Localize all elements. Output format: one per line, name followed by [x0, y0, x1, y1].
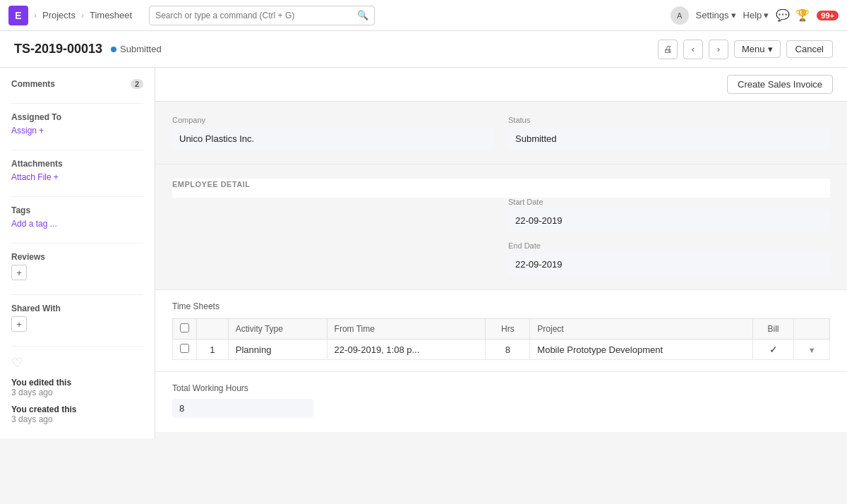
col-from-time: From Time: [327, 319, 486, 340]
status-field-label: Status: [508, 116, 830, 124]
activity-created: You created this 3 days ago: [11, 404, 143, 424]
assign-plus-icon: +: [39, 126, 44, 136]
status-label: Submitted: [120, 44, 162, 54]
timesheets-section: Time Sheets Activity Type From Time Hrs …: [155, 290, 847, 372]
col-actions: [794, 319, 830, 340]
content-area: Create Sales Invoice Company Unico Plast…: [155, 68, 847, 438]
top-action-bar: Create Sales Invoice: [155, 68, 847, 102]
status-badge: Submitted: [111, 44, 162, 54]
start-date-value: 22-09-2019: [508, 209, 830, 232]
activity-edited: You edited this 3 days ago: [11, 378, 143, 397]
avatar[interactable]: A: [671, 6, 689, 25]
add-tag-link[interactable]: Add a tag ...: [11, 219, 57, 229]
settings-button[interactable]: Settings ▾: [696, 10, 736, 20]
row-dropdown-icon[interactable]: ▼: [808, 346, 816, 354]
sidebar-comments-section: Comments 2: [11, 79, 143, 89]
company-field: Company Unico Plastics Inc.: [172, 116, 494, 150]
col-bill: Bill: [752, 319, 794, 340]
end-date-value: 22-09-2019: [508, 253, 830, 275]
sidebar-shared-section: Shared With +: [11, 304, 143, 332]
total-value: 8: [172, 399, 313, 418]
dates-row: Start Date 22-09-2019 End Date 22-09-201…: [172, 198, 830, 275]
start-date-field: Start Date 22-09-2019: [508, 198, 830, 232]
shared-with-title: Shared With: [11, 304, 143, 313]
attach-plus-icon: +: [54, 172, 59, 182]
top-nav: E › Projects › Timesheet 🔍 A Settings ▾ …: [0, 0, 847, 31]
comments-title: Comments 2: [11, 79, 143, 89]
header-actions: 🖨 ‹ › Menu ▾ Cancel: [658, 40, 833, 59]
sidebar-attachments-section: Attachments Attach File +: [11, 159, 143, 182]
row-from-time: 22-09-2019, 1:08 p...: [327, 340, 486, 360]
company-status-section: Company Unico Plastics Inc. Status Submi…: [155, 102, 847, 164]
end-date-field: End Date 22-09-2019: [508, 241, 830, 275]
col-checkbox: [173, 319, 197, 340]
attach-file-link[interactable]: Attach File +: [11, 172, 59, 182]
breadcrumb-sep-1: ›: [34, 11, 37, 20]
help-chevron-icon: ▾: [764, 10, 769, 20]
status-field-value: Submitted: [508, 127, 830, 150]
help-button[interactable]: Help ▾: [743, 10, 769, 20]
trophy-icon[interactable]: 🏆: [795, 8, 810, 22]
reviews-title: Reviews: [11, 252, 143, 262]
total-label: Total Working Hours: [172, 383, 830, 393]
end-date-label: End Date: [508, 241, 830, 250]
heart-icon[interactable]: ♡: [11, 355, 143, 371]
company-status-row: Company Unico Plastics Inc. Status Submi…: [172, 116, 830, 150]
table-row: 1 Planning 22-09-2019, 1:08 p... 8 Mobil…: [173, 340, 830, 360]
start-date-label: Start Date: [508, 198, 830, 206]
main-content: Comments 2 Assigned To Assign + Attachme…: [0, 68, 847, 438]
row-checkbox[interactable]: [180, 344, 189, 353]
select-all-checkbox[interactable]: [180, 323, 189, 332]
notification-badge[interactable]: 99+: [817, 11, 839, 20]
employee-detail-title: EMPLOYEE DETAIL: [172, 180, 251, 188]
status-dot: [111, 47, 116, 52]
row-bill: ✓: [752, 340, 794, 360]
search-bar[interactable]: 🔍: [149, 6, 375, 25]
col-hrs: Hrs: [486, 319, 530, 340]
chat-icon[interactable]: 💬: [776, 8, 790, 22]
col-activity-type: Activity Type: [228, 319, 327, 340]
settings-chevron-icon: ▾: [731, 10, 736, 20]
cancel-button[interactable]: Cancel: [786, 40, 833, 58]
row-project: Mobile Prototype Development: [530, 340, 752, 360]
assigned-to-title: Assigned To: [11, 112, 143, 122]
col-num: [197, 319, 229, 340]
prev-button[interactable]: ‹: [683, 40, 703, 59]
breadcrumb-sep-2: ›: [81, 11, 84, 20]
sidebar-tags-section: Tags Add a tag ...: [11, 205, 143, 229]
row-num: 1: [197, 340, 229, 360]
company-label: Company: [172, 116, 494, 124]
employee-detail-header: EMPLOYEE DETAIL: [172, 179, 830, 198]
sidebar-reviews-section: Reviews +: [11, 252, 143, 280]
col-project: Project: [530, 319, 752, 340]
breadcrumb-projects[interactable]: Projects: [42, 10, 76, 20]
search-input[interactable]: [155, 11, 357, 20]
comments-count: 2: [131, 79, 143, 89]
timesheets-table: Activity Type From Time Hrs Project Bill…: [172, 318, 830, 360]
search-icon: 🔍: [357, 10, 368, 20]
shared-add-button[interactable]: +: [11, 316, 27, 332]
row-activity-type: Planning: [228, 340, 327, 360]
sidebar: Comments 2 Assigned To Assign + Attachme…: [0, 68, 155, 438]
create-sales-invoice-button[interactable]: Create Sales Invoice: [727, 75, 833, 94]
assign-link[interactable]: Assign +: [11, 126, 44, 136]
row-dropdown[interactable]: ▼: [794, 340, 830, 360]
doc-title: TS-2019-00013: [14, 42, 102, 56]
attachments-title: Attachments: [11, 159, 143, 169]
print-button[interactable]: 🖨: [658, 40, 678, 59]
tags-title: Tags: [11, 205, 143, 215]
company-value: Unico Plastics Inc.: [172, 127, 494, 150]
breadcrumb-timesheet[interactable]: Timesheet: [90, 10, 132, 20]
page-header: TS-2019-00013 Submitted 🖨 ‹ › Menu ▾ Can…: [0, 31, 847, 68]
next-button[interactable]: ›: [709, 40, 728, 59]
employee-detail-section: EMPLOYEE DETAIL Start Date 22-09-2019 En…: [155, 164, 847, 290]
row-checkbox-cell: [173, 340, 197, 360]
bill-checkmark-icon: ✓: [769, 344, 778, 355]
sidebar-assigned-section: Assigned To Assign +: [11, 112, 143, 136]
notification-icons: 💬 🏆: [776, 8, 810, 22]
app-icon[interactable]: E: [8, 6, 28, 25]
reviews-add-button[interactable]: +: [11, 265, 27, 280]
menu-button[interactable]: Menu ▾: [734, 40, 781, 58]
total-section: Total Working Hours 8: [155, 372, 847, 432]
timesheets-title: Time Sheets: [172, 301, 830, 311]
